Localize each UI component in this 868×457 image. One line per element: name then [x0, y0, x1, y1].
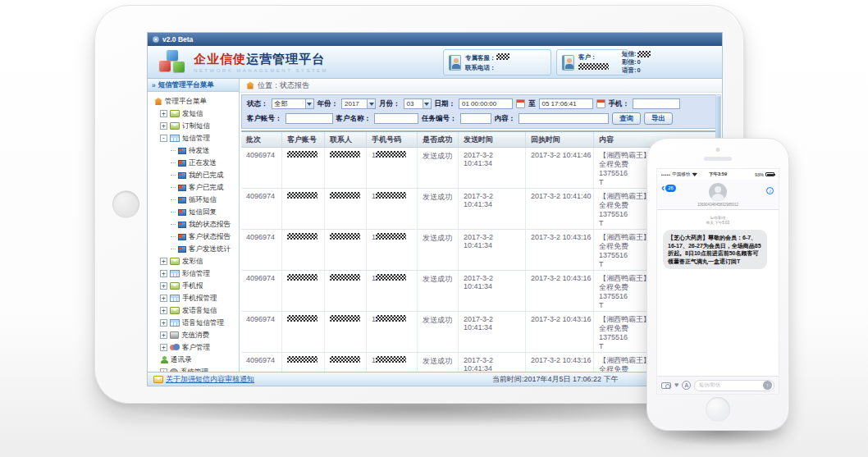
- cell-status: 发送成功: [418, 312, 459, 352]
- masked-value: █████████: [330, 274, 360, 281]
- sidebar-item-label: 客户管理: [182, 343, 210, 353]
- phone-home-button[interactable]: [706, 397, 730, 422]
- expand-icon[interactable]: +: [160, 258, 167, 265]
- sidebar-item-label: 短信回复: [189, 208, 217, 217]
- collapse-icon[interactable]: -: [160, 135, 167, 142]
- page-icon: [178, 172, 186, 179]
- app-titlebar: v2.0 Beta: [148, 33, 722, 46]
- query-button[interactable]: 查询: [612, 112, 641, 125]
- tablet-home-button[interactable]: [112, 191, 139, 218]
- column-header: 回执时间: [526, 132, 594, 147]
- sidebar-item[interactable]: 我的状态报告: [148, 218, 239, 231]
- heart-icon[interactable]: ♥: [674, 382, 678, 389]
- calendar-icon[interactable]: [516, 99, 525, 108]
- name-label: 客户名称：: [336, 114, 372, 124]
- customer-info-box: 客户： █████████: [556, 49, 628, 75]
- cell-mobile: 1█████████: [367, 189, 418, 229]
- content-input[interactable]: [519, 113, 609, 124]
- expand-icon[interactable]: +: [160, 344, 167, 351]
- sidebar-item[interactable]: +客户管理: [148, 341, 239, 354]
- camera-icon[interactable]: [661, 382, 671, 389]
- sidebar-item[interactable]: 正在发送: [148, 157, 239, 169]
- expand-icon[interactable]: +: [160, 270, 167, 277]
- cell-contact: █████████: [325, 230, 367, 270]
- notice-link[interactable]: 关于加强短信内容审核通知: [153, 374, 254, 385]
- sidebar-item[interactable]: +充值消费: [148, 329, 239, 341]
- expand-icon[interactable]: +: [160, 110, 167, 117]
- calendar-icon[interactable]: [596, 99, 605, 108]
- sidebar-item[interactable]: 管理平台菜单: [148, 95, 239, 107]
- export-button[interactable]: 导出: [644, 112, 673, 125]
- expand-icon[interactable]: +: [160, 307, 167, 314]
- status-value: 全部: [275, 99, 288, 108]
- sidebar-item-label: 短信管理: [182, 134, 210, 144]
- customer-label: 客户：: [578, 53, 609, 62]
- month-select[interactable]: 03: [404, 98, 432, 109]
- mobile-input[interactable]: [633, 98, 680, 109]
- year-select[interactable]: 2017: [341, 98, 376, 109]
- sidebar-item-label: 订制短信: [182, 121, 210, 131]
- sidebar-item[interactable]: +手机报: [148, 280, 239, 292]
- conversation-area: 短信/彩信 昨天 下午5:03 【芝心大药房】尊敬的会员：6-7、16-17、2…: [657, 211, 779, 376]
- cell-status: 发送成功: [418, 271, 459, 311]
- sidebar-item[interactable]: +发彩信: [148, 255, 239, 267]
- sidebar-item[interactable]: +手机报管理: [148, 292, 239, 304]
- sidebar-item-label: 发短信: [182, 109, 203, 119]
- sidebar-item[interactable]: 客户已完成: [148, 181, 239, 194]
- sidebar-item[interactable]: +发短信: [148, 107, 239, 120]
- cell-account: █████████: [282, 312, 325, 352]
- cell-send_time: 2017-3-2 10:41:34: [459, 271, 526, 311]
- sidebar-item[interactable]: 我的已完成: [148, 169, 239, 181]
- account-input[interactable]: [286, 113, 333, 124]
- status-select[interactable]: 全部: [272, 98, 314, 109]
- sidebar-item[interactable]: +系统管理: [148, 366, 239, 372]
- chevron-down-icon[interactable]: [367, 99, 375, 108]
- app-subtitle: NETWORK MANAGEMENT SYSTEM: [194, 68, 328, 73]
- back-button[interactable]: ‹ 26: [661, 184, 676, 192]
- contact-icon: [160, 356, 168, 363]
- counter-label: 彩信:: [622, 58, 637, 66]
- expand-icon[interactable]: +: [160, 122, 167, 130]
- name-input[interactable]: [374, 113, 418, 124]
- chevron-down-icon[interactable]: [305, 99, 313, 108]
- avatar[interactable]: [709, 183, 727, 201]
- cell-receipt_time: 2017-3-2 10:43:16: [526, 271, 594, 311]
- send-button[interactable]: ↑: [763, 381, 772, 390]
- sidebar-item[interactable]: 通讯录: [148, 354, 239, 366]
- sidebar-item[interactable]: +彩信管理: [148, 267, 239, 280]
- sidebar-item[interactable]: 客户状态报告: [148, 231, 239, 243]
- info-icon[interactable]: i: [766, 187, 774, 194]
- month-value: 03: [407, 100, 414, 107]
- date-from-input[interactable]: 01 00:00:00: [459, 98, 513, 109]
- masked-value: █████████: [287, 192, 318, 199]
- sidebar-item-label: 我的状态报告: [189, 220, 231, 230]
- page-icon: [178, 185, 186, 191]
- expand-icon[interactable]: +: [160, 295, 167, 302]
- sidebar-item[interactable]: +订制短信: [148, 120, 239, 132]
- sidebar-item[interactable]: 待发送: [148, 144, 239, 157]
- sms-bubble: 【芝心大药房】尊敬的会员：6-7、16-17、26-27为会员日，全场商品85折…: [663, 230, 767, 269]
- sidebar-item[interactable]: 短信回复: [148, 206, 239, 218]
- expand-icon[interactable]: +: [160, 331, 167, 339]
- title-red: 企业信使: [194, 52, 246, 66]
- cell-account: █████████: [282, 148, 325, 188]
- sidebar-item[interactable]: -短信管理: [148, 132, 239, 144]
- expand-icon[interactable]: +: [160, 282, 167, 290]
- page-icon: [178, 197, 186, 203]
- sidebar-item[interactable]: 循环短信: [148, 194, 239, 206]
- sidebar-item[interactable]: 客户发送统计: [148, 243, 239, 255]
- sidebar-item[interactable]: +语音短信管理: [148, 317, 239, 329]
- masked-value: █████████: [287, 274, 318, 281]
- page-icon: [178, 209, 186, 216]
- sidebar-item[interactable]: +发语音短信: [148, 304, 239, 317]
- chevron-down-icon[interactable]: [423, 99, 431, 108]
- masked-value: █████████: [376, 315, 406, 322]
- account-label: 客户账号：: [247, 114, 282, 124]
- date-to-input[interactable]: 05 17:06:41: [539, 98, 593, 109]
- expand-icon[interactable]: +: [160, 319, 167, 327]
- task-input[interactable]: [460, 113, 491, 124]
- masked-value: █████████: [376, 356, 406, 363]
- appstore-icon[interactable]: A: [682, 381, 691, 390]
- version-label: v2.0 Beta: [162, 35, 193, 43]
- message-input[interactable]: 短信/彩信 ↑: [694, 380, 774, 391]
